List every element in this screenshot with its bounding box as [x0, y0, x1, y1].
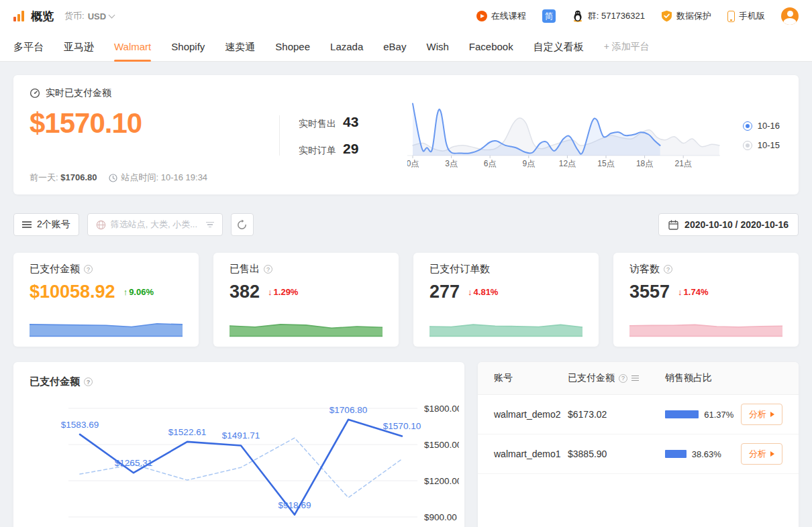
trend-card-title: 已支付金额	[30, 375, 80, 388]
realtime-paid-card: 实时已支付金额 $1570.10 前一天: $1706.80 站点时间: 10-…	[13, 75, 799, 194]
refresh-button[interactable]	[231, 213, 254, 236]
qq-group-link[interactable]: 群: 571736321	[572, 10, 645, 22]
user-avatar[interactable]	[781, 7, 799, 25]
svg-text:0点: 0点	[407, 159, 419, 168]
help-icon[interactable]: ?	[264, 265, 272, 274]
svg-text:$1265.31: $1265.31	[115, 458, 152, 468]
simplified-chinese-badge[interactable]: 简	[542, 9, 556, 23]
table-row: walmart_demo1 $3885.90 38.63% 分析	[478, 434, 799, 474]
svg-text:21点: 21点	[675, 159, 692, 168]
globe-icon	[96, 220, 106, 230]
radio-selected-icon	[743, 121, 752, 131]
account-amount: $6173.02	[568, 409, 665, 420]
help-icon[interactable]: ?	[84, 377, 93, 386]
stat-title: 已售出	[230, 263, 260, 276]
analyze-button[interactable]: 分析	[741, 443, 782, 465]
accounts-table-card: 账号 已支付金额 ? 销售额占比 walmart_demo2 $6173.02 …	[478, 362, 799, 527]
stat-value: 277	[429, 282, 460, 302]
stat-title: 访客数	[629, 263, 660, 276]
svg-text:$918.69: $918.69	[278, 500, 311, 510]
arrow-up-icon: ↑	[123, 287, 128, 297]
filter-row: 2个账号 筛选站点, 大类, 小类...	[13, 213, 799, 236]
svg-text:$1706.80: $1706.80	[329, 405, 367, 415]
account-name: walmart_demo2	[494, 409, 568, 420]
date-range-picker[interactable]: 2020-10-10 / 2020-10-16	[658, 213, 799, 236]
online-course-link[interactable]: 在线课程	[476, 10, 526, 22]
tab-facebook[interactable]: Facebook	[469, 32, 513, 62]
triangle-right-icon	[770, 412, 774, 417]
help-icon[interactable]: ?	[84, 265, 93, 274]
refresh-icon	[236, 219, 248, 231]
table-row: walmart_demo2 $6173.02 61.37% 分析	[478, 395, 799, 434]
date-range-value: 2020-10-10 / 2020-10-16	[684, 219, 789, 230]
stat-change: ↑ 9.06%	[123, 287, 154, 297]
realtime-sold: 实时售出 43	[299, 114, 391, 130]
sort-menu-icon[interactable]	[631, 375, 639, 377]
platform-tabbar: 多平台 亚马逊 Walmart Shopify 速卖通 Shopee Lazad…	[0, 32, 812, 62]
help-icon[interactable]: ?	[664, 265, 672, 274]
tab-ebay[interactable]: eBay	[383, 32, 406, 62]
play-icon	[476, 11, 487, 21]
tab-multi-platform[interactable]: 多平台	[13, 32, 44, 62]
sparkline-chart	[230, 315, 383, 338]
stat-title: 已支付金额	[30, 263, 80, 276]
currency-label: 货币:	[64, 10, 85, 22]
col-account: 账号	[494, 372, 568, 384]
stat-change: ↓ 1.74%	[678, 287, 708, 297]
stat-value: $10058.92	[30, 282, 115, 302]
tab-aliexpress[interactable]: 速卖通	[225, 32, 255, 62]
col-paid-amount: 已支付金额	[568, 372, 615, 384]
app-logo-icon	[13, 11, 24, 21]
currency-selector[interactable]: 货币: USD	[64, 10, 114, 22]
tab-shopee[interactable]: Shopee	[275, 32, 310, 62]
list-icon	[22, 221, 32, 223]
realtime-title: 实时已支付金额	[46, 87, 111, 99]
shield-check-icon	[661, 10, 672, 22]
col-sales-share: 销售额占比	[665, 372, 712, 384]
sparkline-chart	[629, 315, 782, 338]
tab-walmart[interactable]: Walmart	[114, 32, 151, 62]
arrow-down-icon: ↓	[678, 287, 682, 297]
legend-radio-today[interactable]: 10-16	[743, 121, 780, 131]
account-name: walmart_demo1	[494, 449, 568, 459]
tab-custom-dashboard[interactable]: 自定义看板	[534, 32, 584, 62]
radio-unselected-icon	[743, 141, 752, 150]
realtime-amount: $1570.10	[30, 107, 279, 139]
chevron-down-icon	[109, 12, 115, 19]
paid-amount-trend-chart: $1800.00$1500.00$1200.00$900.00$1583.69$…	[30, 396, 459, 527]
calendar-icon	[668, 220, 678, 230]
tab-shopify[interactable]: Shopify	[171, 32, 205, 62]
currency-value: USD	[88, 11, 106, 21]
sparkline-chart	[429, 315, 582, 338]
tab-wish[interactable]: Wish	[426, 32, 448, 62]
stat-card-visitors: 访客数 ? 3557 ↓ 1.74%	[613, 253, 799, 347]
site-filter-select[interactable]: 筛选站点, 大类, 小类...	[87, 213, 223, 236]
arrow-down-icon: ↓	[468, 287, 472, 297]
filter-funnel-icon	[206, 222, 214, 228]
stat-cards-row: 已支付金额 ? $10058.92 ↑ 9.06% 已售出 ? 382	[13, 253, 799, 347]
svg-text:3点: 3点	[445, 159, 458, 168]
data-protection-link[interactable]: 数据保护	[661, 10, 711, 22]
help-icon[interactable]: ?	[619, 374, 627, 383]
stat-title: 已支付订单数	[429, 263, 490, 276]
stat-card-sold: 已售出 ? 382 ↓ 1.29%	[213, 253, 399, 347]
mobile-version-link[interactable]: 手机版	[727, 10, 765, 22]
svg-text:$1500.00: $1500.00	[424, 440, 459, 450]
tab-amazon[interactable]: 亚马逊	[64, 32, 94, 62]
svg-text:$900.00: $900.00	[424, 512, 457, 522]
analyze-button[interactable]: 分析	[741, 404, 782, 425]
realtime-hourly-chart: 0点3点6点9点12点15点18点21点	[407, 97, 723, 174]
account-amount: $3885.90	[568, 449, 665, 459]
tab-lazada[interactable]: Lazada	[330, 32, 363, 62]
svg-text:$1200.00: $1200.00	[424, 476, 459, 486]
share-bar	[665, 450, 687, 458]
accounts-filter-button[interactable]: 2个账号	[13, 213, 79, 236]
share-percent: 38.63%	[692, 449, 721, 459]
svg-text:6点: 6点	[484, 159, 497, 168]
add-platform-button[interactable]: + 添加平台	[604, 41, 650, 53]
share-percent: 61.37%	[704, 410, 733, 420]
phone-icon	[727, 11, 735, 22]
stat-change: ↓ 4.81%	[468, 287, 498, 297]
legend-radio-yesterday[interactable]: 10-15	[743, 140, 780, 150]
svg-text:15点: 15点	[597, 159, 614, 168]
